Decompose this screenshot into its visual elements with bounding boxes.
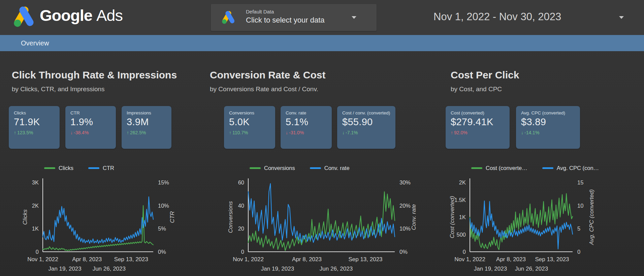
legend-item-conversions: Conversions xyxy=(250,165,295,171)
trend-arrow-icon: ↑ xyxy=(127,130,129,135)
svg-text:Avg. CPC (converted): Avg. CPC (converted) xyxy=(588,189,595,245)
svg-text:Apr 8, 2023: Apr 8, 2023 xyxy=(72,256,102,263)
metric-value: $3.89 xyxy=(521,116,575,128)
section-title-cpc: Cost Per Click xyxy=(451,69,519,81)
section-subtitle-ctr-impressions: by Clicks, CTR, and Impressions xyxy=(12,85,105,93)
section-title-conversion: Conversion Rate & Cost xyxy=(210,69,325,81)
section-subtitle-conversion: by Conversions Rate and Cost / Conv. xyxy=(210,85,318,93)
chevron-down-icon[interactable] xyxy=(619,16,624,19)
legend-label: Clicks xyxy=(59,165,73,171)
svg-text:2K: 2K xyxy=(32,203,39,209)
metric-delta: ↑92.0% xyxy=(451,130,505,135)
data-source-value: Click to select your data xyxy=(246,16,325,25)
tab-overview[interactable]: Overview xyxy=(21,35,49,51)
svg-text:Jun 26, 2023: Jun 26, 2023 xyxy=(515,266,548,272)
svg-text:0: 0 xyxy=(241,249,244,255)
svg-text:5%: 5% xyxy=(158,226,166,232)
scorecard-conversions: Conversions 5.0K ↑110.7% xyxy=(224,106,275,149)
svg-text:Jun 26, 2023: Jun 26, 2023 xyxy=(93,266,126,272)
svg-text:1K: 1K xyxy=(32,226,39,232)
google-ads-logo-icon-small xyxy=(220,10,236,25)
svg-text:0%: 0% xyxy=(158,249,166,255)
scorecard-impressions: Impressions 3.9M ↑262.5% xyxy=(122,106,171,149)
scorecard-conv-rate: Conv. rate 5.1% ↓-31.0% xyxy=(281,106,332,149)
section-subtitle-cpc: by Cost, and CPC xyxy=(451,85,502,93)
svg-text:60: 60 xyxy=(238,179,244,185)
legend-item-conv-rate: Conv. rate xyxy=(310,165,350,171)
data-source-selector[interactable]: Default Data Click to select your data xyxy=(211,4,377,31)
timeseries-chart-conversions-rate[interactable]: Conversions Conv. rate 02040600%10%20%30… xyxy=(225,165,420,273)
svg-text:Jan 19, 2023: Jan 19, 2023 xyxy=(474,266,507,272)
legend-swatch-blue xyxy=(310,167,321,169)
svg-text:Conv. rate: Conv. rate xyxy=(411,204,417,230)
svg-text:10%: 10% xyxy=(399,226,411,232)
svg-text:Sep 13, 2023: Sep 13, 2023 xyxy=(535,256,569,263)
svg-text:1K: 1K xyxy=(459,214,466,220)
chart-legend: Conversions Conv. rate xyxy=(250,165,350,171)
scorecard-cost-per-conv: Cost / conv. (converted) $55.90 ↓-7.1% xyxy=(337,106,395,149)
svg-text:Jan 19, 2023: Jan 19, 2023 xyxy=(48,266,81,272)
svg-text:Clicks: Clicks xyxy=(22,209,28,225)
google-ads-logo-icon xyxy=(11,3,37,30)
trend-arrow-icon: ↑ xyxy=(229,130,231,135)
svg-text:Conversions: Conversions xyxy=(227,201,234,233)
metric-delta: ↓-7.1% xyxy=(342,130,390,135)
chevron-down-icon[interactable] xyxy=(352,16,356,19)
svg-text:Sep 13, 2023: Sep 13, 2023 xyxy=(348,256,382,263)
trend-arrow-icon: ↓ xyxy=(342,130,345,135)
svg-text:0: 0 xyxy=(463,249,466,255)
trend-arrow-icon: ↓ xyxy=(70,130,73,135)
header: GoogleAds Default Data Click to select y… xyxy=(0,0,644,35)
svg-text:15: 15 xyxy=(577,179,583,185)
date-range-picker[interactable]: Nov 1, 2022 - Nov 30, 2023 xyxy=(428,4,633,31)
scorecards-section-3: Cost (converted) $279.41K ↑92.0% Avg. CP… xyxy=(446,106,580,149)
svg-text:20%: 20% xyxy=(399,203,411,209)
metric-value: $55.90 xyxy=(342,116,390,128)
scorecard-cost: Cost (converted) $279.41K ↑92.0% xyxy=(446,106,510,149)
metric-label: CTR xyxy=(70,110,111,115)
legend-item-avg-cpc: Avg. CPC (con… xyxy=(542,165,599,171)
svg-text:Jan 19, 2023: Jan 19, 2023 xyxy=(261,266,294,272)
svg-text:40: 40 xyxy=(238,203,244,209)
legend-label: Conversions xyxy=(264,165,295,171)
timeseries-chart-clicks-ctr[interactable]: Clicks CTR 01K2K3K0%5%10%15%Nov 1, 2022J… xyxy=(19,165,179,273)
legend-swatch-green xyxy=(44,167,55,169)
timeseries-chart-cost-cpc[interactable]: Cost (converte… Avg. CPC (con… 05001K1.5… xyxy=(446,165,598,273)
legend-item-ctr: CTR xyxy=(88,165,114,171)
metric-delta: ↑110.7% xyxy=(229,130,270,135)
trend-arrow-icon: ↑ xyxy=(14,130,16,135)
metric-label: Cost (converted) xyxy=(451,110,505,115)
chart-legend: Cost (converte… Avg. CPC (con… xyxy=(471,165,599,171)
scorecard-avg-cpc: Avg. CPC (converted) $3.89 ↓-14.1% xyxy=(516,106,580,149)
app-title-google: Google xyxy=(40,6,92,24)
legend-label: Cost (converte… xyxy=(486,165,527,171)
svg-text:10%: 10% xyxy=(158,203,169,209)
app-title-ads: Ads xyxy=(96,6,123,24)
metric-delta: ↓-14.1% xyxy=(521,130,575,135)
metric-value: $279.41K xyxy=(451,116,505,128)
svg-text:0: 0 xyxy=(577,249,580,255)
svg-text:30%: 30% xyxy=(399,179,411,185)
scorecards-section-1: Clicks 71.9K ↑123.5% CTR 1.9% ↓-38.4% Im… xyxy=(9,106,171,149)
svg-text:Nov 1, 2022: Nov 1, 2022 xyxy=(27,256,58,263)
scorecards-section-2: Conversions 5.0K ↑110.7% Conv. rate 5.1%… xyxy=(224,106,395,149)
legend-label: Avg. CPC (con… xyxy=(557,165,599,171)
svg-text:Apr 8, 2023: Apr 8, 2023 xyxy=(496,256,526,263)
metric-value: 1.9% xyxy=(70,116,111,128)
scorecard-clicks: Clicks 71.9K ↑123.5% xyxy=(9,106,60,149)
chart-legend: Clicks CTR xyxy=(44,165,114,171)
legend-swatch-blue xyxy=(542,167,553,169)
svg-text:20: 20 xyxy=(238,226,244,232)
svg-text:10: 10 xyxy=(577,203,583,209)
trend-arrow-icon: ↓ xyxy=(286,130,288,135)
data-source-label: Default Data xyxy=(246,9,325,14)
metric-label: Conv. rate xyxy=(286,110,327,115)
app-title: GoogleAds xyxy=(40,6,123,25)
metric-delta: ↓-31.0% xyxy=(286,130,327,135)
legend-item-clicks: Clicks xyxy=(44,165,73,171)
svg-text:Nov 1, 2022: Nov 1, 2022 xyxy=(233,256,264,263)
legend-swatch-green xyxy=(471,167,482,169)
legend-swatch-green xyxy=(250,167,261,169)
legend-label: Conv. rate xyxy=(324,165,350,171)
date-range-text: Nov 1, 2022 - Nov 30, 2023 xyxy=(433,11,561,23)
